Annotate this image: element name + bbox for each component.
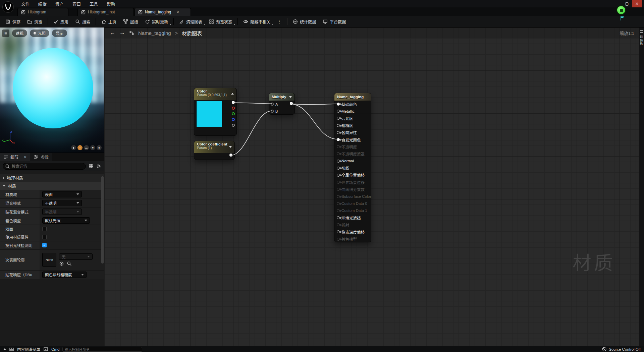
- input-pin-icon[interactable]: [337, 131, 340, 134]
- color-output-pin[interactable]: [232, 101, 235, 104]
- input-pin-icon[interactable]: [337, 145, 340, 148]
- material-preview-viewport[interactable]: ≡ 透视 光照 显示 Z Y X ▮ ● ▬ ■ ◆: [0, 27, 104, 153]
- blend-mode-select[interactable]: 不透明: [42, 200, 82, 206]
- tab-histogram[interactable]: Histogram: [17, 8, 68, 16]
- more-options-button[interactable]: ⋮: [274, 17, 285, 26]
- stats-button[interactable]: 统计数据: [289, 17, 319, 26]
- color-swatch[interactable]: [196, 101, 222, 127]
- input-pin-icon[interactable]: [337, 103, 340, 106]
- menu-item[interactable]: 帮助: [102, 0, 119, 7]
- save-button[interactable]: 保存: [2, 17, 24, 26]
- lit-mode-button[interactable]: 光照: [30, 30, 49, 37]
- input-pin-icon[interactable]: [337, 167, 340, 170]
- close-button[interactable]: ✕: [632, 0, 642, 7]
- console-command-input[interactable]: [62, 347, 142, 352]
- gear-icon[interactable]: [96, 164, 101, 169]
- decal-response-select[interactable]: 颜色法线粗糙度: [42, 272, 87, 278]
- menu-item[interactable]: 工具: [85, 0, 102, 7]
- input-pin-icon[interactable]: [337, 209, 340, 212]
- tab-close-icon[interactable]: ✕: [24, 155, 26, 159]
- perspective-button[interactable]: 透视: [12, 30, 27, 37]
- source-control-status[interactable]: Source Control Off: [609, 347, 641, 351]
- input-pin-icon[interactable]: [337, 110, 340, 113]
- material-input-pin-row[interactable]: Custom Data 0: [334, 200, 371, 207]
- material-input-pin-row[interactable]: 粗糙度: [334, 122, 371, 129]
- input-pin-icon[interactable]: [337, 181, 340, 184]
- tab-parameters[interactable]: 参数: [30, 153, 52, 161]
- material-input-pin-row[interactable]: Subsurface Color: [334, 193, 371, 200]
- material-input-pin-row[interactable]: Metallic: [334, 108, 371, 115]
- scalar-output-pin[interactable]: [229, 154, 232, 157]
- material-input-pin-row[interactable]: 切线: [334, 165, 371, 172]
- input-pin-icon[interactable]: [337, 238, 340, 241]
- input-pin-icon[interactable]: [337, 117, 340, 120]
- viewport-menu-icon[interactable]: ≡: [2, 30, 9, 37]
- browse-asset-icon[interactable]: [67, 261, 72, 266]
- color-output-pin[interactable]: [232, 112, 235, 115]
- clean-graph-button[interactable]: 清理图表: [176, 17, 206, 26]
- input-pin-icon[interactable]: [271, 103, 274, 106]
- material-input-pin-row[interactable]: Normal: [334, 158, 371, 165]
- node-color-coefficient[interactable]: Color coefficient Param (1): [194, 141, 235, 160]
- input-pin-icon[interactable]: [337, 124, 340, 127]
- color-output-pin[interactable]: [232, 118, 235, 121]
- material-input-pin-row[interactable]: 各向异性: [334, 129, 371, 136]
- input-pin-icon[interactable]: [337, 174, 340, 177]
- expand-icon[interactable]: [229, 146, 232, 148]
- multiply-output-pin[interactable]: [290, 102, 293, 105]
- material-input-pin-row[interactable]: 世界场景位移: [334, 179, 371, 186]
- flag-icon[interactable]: [620, 16, 625, 22]
- plane-mesh-button[interactable]: ▬: [84, 145, 89, 150]
- content-drawer-icon[interactable]: [9, 347, 14, 352]
- material-input-pin-row[interactable]: 不透明度: [334, 143, 371, 150]
- shading-model-select[interactable]: 默认光照: [42, 217, 90, 224]
- input-pin-icon[interactable]: [337, 138, 340, 141]
- input-pin-icon[interactable]: [337, 216, 340, 219]
- cast-ray-traced-shadows-checkbox[interactable]: ✓: [42, 243, 47, 247]
- material-input-pin-row[interactable]: 高光度: [334, 115, 371, 122]
- input-pin-icon[interactable]: [337, 160, 340, 163]
- node-multiply[interactable]: Multiply A B: [269, 93, 295, 115]
- forward-arrow-icon[interactable]: →: [119, 30, 125, 36]
- node-color-param[interactable]: Color Param (0,0.693,1,1): [194, 88, 237, 136]
- custom-mesh-button[interactable]: ◆: [97, 145, 102, 150]
- material-input-pin-row[interactable]: 基础颜色: [334, 101, 371, 108]
- input-pin-icon[interactable]: [337, 202, 340, 205]
- material-input-pin-row[interactable]: 自发光颜色: [334, 136, 371, 143]
- menu-item[interactable]: 资产: [51, 0, 68, 7]
- cylinder-mesh-button[interactable]: ▮: [71, 145, 76, 150]
- two-sided-checkbox[interactable]: [42, 227, 47, 231]
- preview-state-button[interactable]: 预览状态: [206, 17, 235, 26]
- tab-close-icon[interactable]: ✕: [176, 10, 179, 14]
- live-update-button[interactable]: 实时更新: [142, 17, 171, 26]
- section-physical-material[interactable]: 物理材质: [0, 174, 104, 182]
- platform-stats-button[interactable]: 平台数据: [319, 17, 349, 26]
- material-input-pin-row[interactable]: 折射: [334, 221, 371, 228]
- dropdown-icon[interactable]: [289, 96, 292, 98]
- material-input-pin-row[interactable]: 像素深度偏移: [334, 228, 371, 235]
- breadcrumb-page[interactable]: 材质图表: [182, 30, 202, 37]
- material-input-pin-row[interactable]: 全局位置偏移: [334, 172, 371, 179]
- material-graph-canvas[interactable]: ← → Name_tagging > 材质图表 缩放1:1 材质 Color P…: [104, 27, 639, 346]
- apply-button[interactable]: 应用: [50, 17, 72, 26]
- material-input-pin-row[interactable]: Custom Data 1: [334, 207, 371, 214]
- menu-item[interactable]: 文件: [17, 0, 34, 7]
- input-pin-icon[interactable]: [337, 152, 340, 155]
- use-selected-icon[interactable]: [59, 261, 64, 266]
- subsurface-profile-thumbnail[interactable]: None: [42, 253, 56, 267]
- view-options-icon[interactable]: [89, 164, 94, 169]
- use-material-attributes-checkbox[interactable]: [42, 235, 47, 239]
- search-button[interactable]: 搜索: [72, 17, 94, 26]
- details-scrollbar[interactable]: [101, 176, 104, 263]
- material-input-pin-row[interactable]: 不透明度遮罩: [334, 150, 371, 157]
- chevron-up-icon[interactable]: [3, 348, 6, 350]
- details-search-input[interactable]: [3, 163, 86, 170]
- back-arrow-icon[interactable]: ←: [110, 30, 115, 36]
- section-material[interactable]: 材质: [0, 182, 104, 190]
- material-input-pin-row[interactable]: 着色模型: [334, 236, 371, 243]
- tab-details[interactable]: 细节 ✕: [0, 153, 30, 161]
- input-pin-icon[interactable]: [271, 110, 274, 113]
- tab-histogram-inst[interactable]: Histogram_Inst: [77, 8, 134, 16]
- tab-name-tagging[interactable]: Name_tagging ✕: [135, 8, 191, 16]
- input-pin-icon[interactable]: [337, 230, 340, 233]
